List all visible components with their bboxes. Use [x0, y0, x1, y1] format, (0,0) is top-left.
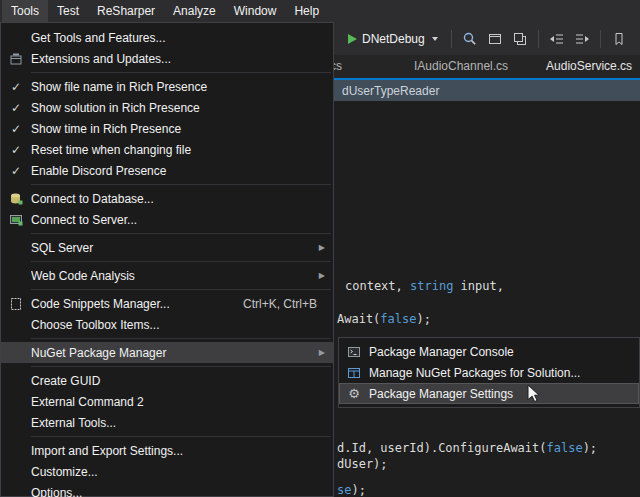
menu-item-label: Extensions and Updates... [31, 52, 325, 66]
menu-item-label: Customize... [31, 465, 325, 479]
gear-icon: ⚙ [348, 387, 360, 400]
toolbar-separator [451, 30, 452, 48]
navbar-type-label: dUserTypeReader [342, 84, 439, 98]
code-line: Await(false); [337, 312, 431, 327]
toolbar-separator [600, 30, 601, 48]
menu-item-label: Create GUID [31, 374, 325, 388]
check-icon: ✓ [11, 122, 21, 136]
menu-separator [31, 261, 331, 262]
menu-item-label: Connect to Server... [31, 213, 325, 227]
menu-item-show-solution-rich-presence[interactable]: ✓ Show solution in Rich Presence [1, 97, 333, 118]
server-icon [1, 213, 31, 227]
menu-item-shortcut: Ctrl+K, Ctrl+B [243, 297, 317, 311]
check-icon: ✓ [11, 80, 21, 94]
menu-separator [31, 436, 331, 437]
indent-decrease-icon[interactable] [548, 30, 566, 48]
menubar-item-tools[interactable]: Tools [2, 0, 48, 22]
menu-separator [31, 72, 331, 73]
nuget-submenu: Package Manager Console Manage NuGet Pac… [338, 337, 640, 408]
menu-item-customize[interactable]: Customize... [1, 461, 333, 482]
run-config-label: DNetDebug [362, 32, 425, 46]
menu-separator [31, 289, 331, 290]
menubar-item-test[interactable]: Test [48, 0, 88, 22]
console-icon [339, 345, 369, 359]
menu-item-connect-to-database[interactable]: Connect to Database... [1, 188, 333, 209]
menu-item-label: Web Code Analysis [31, 269, 311, 283]
menu-item-package-manager-settings[interactable]: ⚙ Package Manager Settings [339, 383, 639, 404]
new-window-icon[interactable] [486, 30, 504, 48]
code-line: dUser); [337, 457, 388, 472]
chevron-right-icon: ▶ [311, 271, 325, 280]
menu-item-label: NuGet Package Manager [31, 346, 311, 360]
start-debug-button[interactable]: DNetDebug [344, 30, 442, 48]
menu-item-sql-server[interactable]: SQL Server ▶ [1, 237, 333, 258]
menu-item-label: Package Manager Console [369, 345, 631, 359]
flag-icon[interactable] [635, 30, 640, 48]
tools-menu: Get Tools and Features... Extensions and… [0, 22, 334, 497]
check-icon: ✓ [11, 101, 21, 115]
menu-item-package-manager-console[interactable]: Package Manager Console [339, 341, 639, 362]
chevron-right-icon: ▶ [311, 243, 325, 252]
menu-item-web-code-analysis[interactable]: Web Code Analysis ▶ [1, 265, 333, 286]
menu-item-get-tools-and-features[interactable]: Get Tools and Features... [1, 27, 333, 48]
chevron-down-icon[interactable] [432, 37, 438, 41]
menu-item-manage-nuget-packages-for-solution[interactable]: Manage NuGet Packages for Solution... [339, 362, 639, 383]
menu-item-label: Show time in Rich Presence [31, 122, 325, 136]
extensions-icon [1, 52, 31, 66]
menu-item-label: Connect to Database... [31, 192, 325, 206]
menu-item-show-file-name-rich-presence[interactable]: ✓ Show file name in Rich Presence [1, 76, 333, 97]
chevron-right-icon: ▶ [311, 348, 325, 357]
check-icon: ✓ [11, 143, 21, 157]
menu-item-connect-to-server[interactable]: Connect to Server... [1, 209, 333, 230]
check-icon: ✓ [11, 164, 21, 178]
menu-item-import-and-export-settings[interactable]: Import and Export Settings... [1, 440, 333, 461]
menu-separator [31, 338, 331, 339]
menu-item-options[interactable]: Options... [1, 482, 333, 497]
menu-item-reset-time-when-changing-file[interactable]: ✓ Reset time when changing file [1, 139, 333, 160]
menubar-item-analyze[interactable]: Analyze [164, 0, 225, 22]
toolbar-separator [538, 30, 539, 48]
mouse-cursor [527, 384, 541, 407]
database-icon [1, 192, 31, 206]
tab-audioservice[interactable]: AudioService.cs [536, 55, 640, 78]
menu-item-label: Import and Export Settings... [31, 444, 325, 458]
menu-bar: Tools Test ReSharper Analyze Window Help [0, 0, 640, 22]
menu-item-label: Options... [31, 486, 325, 497]
indent-increase-icon[interactable] [573, 30, 591, 48]
menu-item-label: Reset time when changing file [31, 143, 325, 157]
menu-separator [31, 184, 331, 185]
menu-item-enable-discord-presence[interactable]: ✓ Enable Discord Presence [1, 160, 333, 181]
search-icon[interactable] [461, 30, 479, 48]
menu-separator [31, 233, 331, 234]
menu-item-label: Package Manager Settings [369, 387, 631, 401]
menu-item-extensions-and-updates[interactable]: Extensions and Updates... [1, 48, 333, 69]
menu-item-label: Code Snippets Manager... [31, 297, 227, 311]
snippets-icon [1, 297, 31, 311]
menu-item-label: External Tools... [31, 416, 325, 430]
menu-item-create-guid[interactable]: Create GUID [1, 370, 333, 391]
menu-item-label: Show file name in Rich Presence [31, 80, 325, 94]
menu-item-choose-toolbox-items[interactable]: Choose Toolbox Items... [1, 314, 333, 335]
menu-item-label: Choose Toolbox Items... [31, 318, 325, 332]
menubar-item-help[interactable]: Help [285, 0, 328, 22]
menu-item-nuget-package-manager[interactable]: NuGet Package Manager ▶ [1, 342, 333, 363]
menu-item-show-time-rich-presence[interactable]: ✓ Show time in Rich Presence [1, 118, 333, 139]
menu-item-label: Show solution in Rich Presence [31, 101, 325, 115]
menubar-item-resharper[interactable]: ReSharper [88, 0, 164, 22]
tab-iaudiochannel[interactable]: IAudioChannel.cs [404, 55, 518, 78]
menu-item-code-snippets-manager[interactable]: Code Snippets Manager... Ctrl+K, Ctrl+B [1, 293, 333, 314]
bookmark-icon[interactable] [610, 30, 628, 48]
menu-item-external-command-2[interactable]: External Command 2 [1, 391, 333, 412]
menu-item-label: Manage NuGet Packages for Solution... [369, 366, 631, 380]
code-line: context, string input, [345, 279, 504, 294]
menu-separator [31, 366, 331, 367]
menu-item-label: External Command 2 [31, 395, 325, 409]
menu-item-external-tools[interactable]: External Tools... [1, 412, 333, 433]
packages-icon [339, 366, 369, 380]
copy-icon[interactable] [511, 30, 529, 48]
menu-item-label: Enable Discord Presence [31, 164, 325, 178]
play-icon [348, 34, 357, 44]
code-line: se); [337, 483, 366, 497]
menu-item-label: Get Tools and Features... [31, 31, 325, 45]
menubar-item-window[interactable]: Window [225, 0, 286, 22]
